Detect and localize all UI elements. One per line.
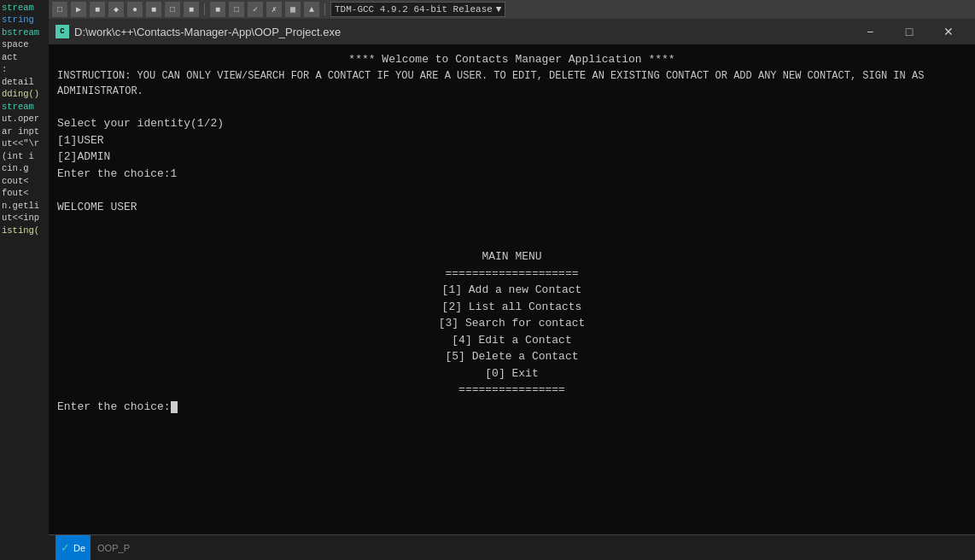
toolbar-icon-2[interactable]: ▶ — [71, 2, 86, 17]
select-prompt: Select your identity(1/2) — [57, 115, 966, 132]
close-button[interactable]: ✕ — [929, 19, 968, 44]
oop-text: OOP_P — [97, 543, 130, 553]
dropdown-arrow: ▼ — [496, 4, 502, 15]
option-2: [2]ADMIN — [57, 149, 966, 166]
blank-2 — [57, 182, 966, 199]
separator-1: ==================== — [57, 265, 966, 283]
toolbar-sep-1 — [204, 3, 205, 15]
option-1: [1]USER — [57, 132, 966, 149]
menu-item-3: [3] Search for contact — [57, 315, 966, 332]
status-check-item: ✓ De — [55, 535, 90, 561]
toolbar: □ ▶ ■ ◆ ● ■ □ ■ ■ □ ✓ ✗ ▦ ▲ TDM-GCC 4.9.… — [49, 0, 975, 19]
blank-4 — [57, 232, 966, 249]
toolbar-icon-3[interactable]: ■ — [90, 2, 105, 17]
menu-item-5: [5] Delete a Contact — [57, 348, 966, 365]
toolbar-icon-4[interactable]: ◆ — [108, 2, 124, 17]
compiler-label: TDM-GCC 4.9.2 64-bit Release — [335, 4, 493, 15]
toolbar-icon-5[interactable]: ● — [127, 2, 143, 17]
maximize-button[interactable]: □ — [890, 19, 929, 44]
terminal-window[interactable]: **** Welcome to Contacts Manager Applica… — [49, 44, 975, 534]
separator-2: ================ — [57, 382, 966, 399]
enter-choice-2: Enter the choice: — [57, 399, 966, 416]
toolbar-icon-6[interactable]: ■ — [146, 2, 161, 17]
instruction-line: INSTRUCTION: YOU CAN ONLY VIEW/SEARCH FO… — [57, 68, 966, 99]
toolbar-icon-12[interactable]: ✗ — [266, 2, 282, 17]
toolbar-icon-9[interactable]: ■ — [210, 2, 225, 17]
toolbar-icon-8[interactable]: ■ — [184, 2, 199, 17]
titlebar: C D:\work\c++\Contacts-Manager-App\OOP_P… — [49, 19, 975, 44]
toolbar-icon-14[interactable]: ▲ — [304, 2, 319, 17]
menu-item-0: [0] Exit — [57, 365, 966, 382]
menu-item-1: [1] Add a new Contact — [57, 282, 966, 299]
welcome-line: **** Welcome to Contacts Manager Applica… — [57, 51, 966, 68]
window-controls[interactable]: − □ ✕ — [850, 19, 968, 44]
app-icon: C — [55, 25, 69, 38]
code-editor-panel: stream string bstream space act : detail… — [0, 0, 49, 560]
enter-choice-1: Enter the choice:1 — [57, 166, 966, 183]
window-title: D:\work\c++\Contacts-Manager-App\OOP_Pro… — [74, 26, 850, 38]
minimize-button[interactable]: − — [850, 19, 890, 44]
blank-3 — [57, 215, 966, 232]
toolbar-icon-13[interactable]: ▦ — [285, 2, 301, 17]
toolbar-icon-11[interactable]: ✓ — [248, 2, 263, 17]
cursor — [171, 401, 178, 413]
check-icon: ✓ — [61, 541, 70, 554]
toolbar-icon-1[interactable]: □ — [52, 2, 67, 17]
menu-item-4: [4] Edit a Contact — [57, 332, 966, 349]
status-de-label: De — [73, 543, 85, 553]
toolbar-sep-2 — [324, 3, 325, 15]
main-menu-label: MAIN MENU — [57, 248, 966, 265]
statusbar: ✓ De OOP_P — [49, 534, 975, 560]
welcome-user: WELCOME USER — [57, 199, 966, 216]
menu-item-2: [2] List all Contacts — [57, 299, 966, 316]
toolbar-icon-7[interactable]: □ — [165, 2, 180, 17]
toolbar-icon-10[interactable]: □ — [229, 2, 244, 17]
status-oop-label: OOP_P — [97, 543, 130, 553]
compiler-dropdown[interactable]: TDM-GCC 4.9.2 64-bit Release ▼ — [330, 2, 505, 17]
blank-1 — [57, 99, 966, 116]
